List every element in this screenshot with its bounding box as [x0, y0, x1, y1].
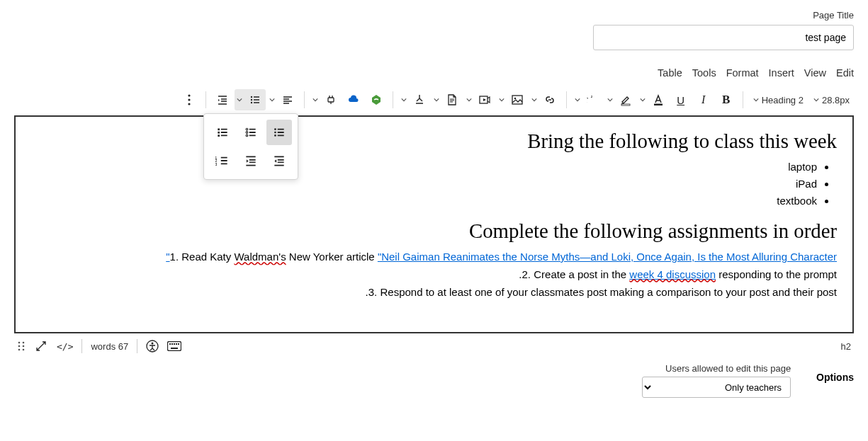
dd-indent-decrease[interactable] [238, 148, 264, 173]
svg-point-13 [274, 134, 276, 137]
editor-content[interactable]: Bring the following to class this week l… [14, 115, 854, 333]
menu-table[interactable]: Table [658, 67, 682, 79]
menu-tools[interactable]: Tools [692, 67, 716, 79]
list-item: 2. Create a post in the week 4 discussio… [31, 266, 837, 284]
underline-button[interactable]: U [670, 89, 692, 110]
bold-button[interactable]: B [716, 89, 737, 110]
svg-point-25 [188, 103, 190, 105]
users-allowed-label: Users allowed to edit this page [642, 363, 791, 374]
menu-insert[interactable]: Insert [769, 67, 794, 79]
dd-bullet-disc[interactable] [266, 120, 292, 145]
svg-rect-32 [171, 348, 178, 349]
drag-handle-icon[interactable] [17, 340, 26, 352]
image-button[interactable] [497, 89, 528, 110]
svg-point-9 [250, 99, 252, 101]
app-button[interactable] [399, 89, 430, 110]
svg-point-35 [18, 342, 21, 344]
dd-indent-increase[interactable] [266, 148, 292, 173]
svg-point-12 [274, 132, 276, 134]
list-item: 1. Read Katy Waldman's New Yorker articl… [31, 248, 837, 266]
svg-point-38 [23, 345, 25, 348]
block-format-select[interactable]: Heading 2 [749, 90, 808, 110]
svg-point-5 [514, 98, 516, 100]
users-allowed-select[interactable]: Only teachers [642, 377, 791, 398]
heading-1: Bring the following to class this week [31, 130, 837, 153]
clear-format-button[interactable]: T² [573, 89, 604, 110]
page-title-input[interactable] [593, 25, 854, 50]
document-button[interactable] [432, 89, 463, 110]
options-heading: Options [816, 372, 854, 383]
list-item: 3. Respond to at least one of your class… [31, 284, 837, 302]
svg-rect-27 [169, 343, 171, 345]
page-title-label: Page Title [14, 10, 854, 21]
svg-text:3: 3 [215, 162, 217, 166]
accessibility-icon[interactable] [146, 340, 159, 353]
italic-button[interactable]: I [693, 89, 714, 110]
link-discussion[interactable]: week 4 discussion [629, 268, 716, 280]
svg-point-39 [18, 349, 21, 351]
svg-rect-17 [218, 128, 220, 130]
plugin-green-icon[interactable] [366, 89, 387, 110]
element-path[interactable]: h2 [841, 341, 851, 352]
svg-point-23 [188, 94, 190, 96]
editor-statusbar: h2 67 words </> [14, 333, 854, 359]
svg-rect-18 [218, 132, 220, 134]
svg-point-11 [274, 128, 276, 130]
svg-rect-31 [178, 343, 179, 345]
code-view-button[interactable]: </> [57, 341, 73, 352]
highlight-color-button[interactable] [605, 89, 636, 110]
svg-rect-28 [171, 343, 173, 345]
more-button[interactable] [179, 89, 200, 110]
outdent-button[interactable] [212, 89, 233, 110]
bullet-list: laptop iPad textbook [31, 159, 837, 210]
dd-numbered[interactable]: 123 [210, 148, 235, 173]
resize-handle-icon[interactable] [34, 339, 48, 353]
svg-text:²: ² [590, 95, 592, 100]
media-button[interactable] [464, 89, 495, 110]
menu-view[interactable]: View [804, 67, 826, 79]
align-button[interactable] [267, 89, 298, 110]
svg-rect-29 [174, 343, 175, 345]
heading-2: Complete the following assignments in or… [31, 219, 837, 243]
svg-rect-26 [168, 342, 181, 351]
svg-rect-0 [654, 104, 663, 106]
cloud-blue-icon[interactable] [343, 89, 364, 110]
ordered-list: 1. Read Katy Waldman's New Yorker articl… [31, 248, 837, 301]
svg-point-15 [246, 132, 248, 134]
menu-edit[interactable]: Edit [836, 67, 854, 79]
dd-bullet-circle[interactable] [238, 120, 264, 145]
text-color-button[interactable] [638, 89, 669, 110]
list-button[interactable] [235, 89, 266, 110]
svg-rect-19 [218, 134, 220, 137]
list-item: iPad [31, 176, 817, 193]
svg-point-8 [250, 96, 252, 98]
plug-button[interactable] [310, 89, 342, 110]
menu-format[interactable]: Format [726, 67, 759, 79]
svg-point-16 [246, 134, 248, 137]
list-dropdown: 123 [203, 113, 298, 180]
svg-point-36 [23, 342, 25, 344]
svg-point-10 [250, 102, 252, 103]
svg-point-14 [246, 128, 248, 130]
dd-bullet-square[interactable] [210, 120, 235, 145]
svg-rect-1 [621, 104, 630, 105]
keyboard-icon[interactable] [167, 341, 181, 351]
svg-rect-7 [328, 98, 334, 102]
svg-point-34 [152, 343, 154, 345]
font-size-select[interactable]: 28.8px [809, 90, 854, 110]
list-item: textbook [31, 193, 817, 210]
editor-toolbar: 28.8px Heading 2 B I U T² [14, 87, 854, 113]
list-item: laptop [31, 159, 817, 176]
svg-rect-30 [176, 343, 177, 345]
svg-text:T: T [587, 96, 588, 104]
word-count: 67 words [91, 341, 128, 352]
svg-point-24 [188, 98, 190, 101]
link-button[interactable] [529, 89, 560, 110]
svg-point-37 [18, 345, 21, 348]
svg-point-40 [23, 349, 25, 351]
editor-menubar: Edit View Insert Format Tools Table [14, 67, 854, 79]
